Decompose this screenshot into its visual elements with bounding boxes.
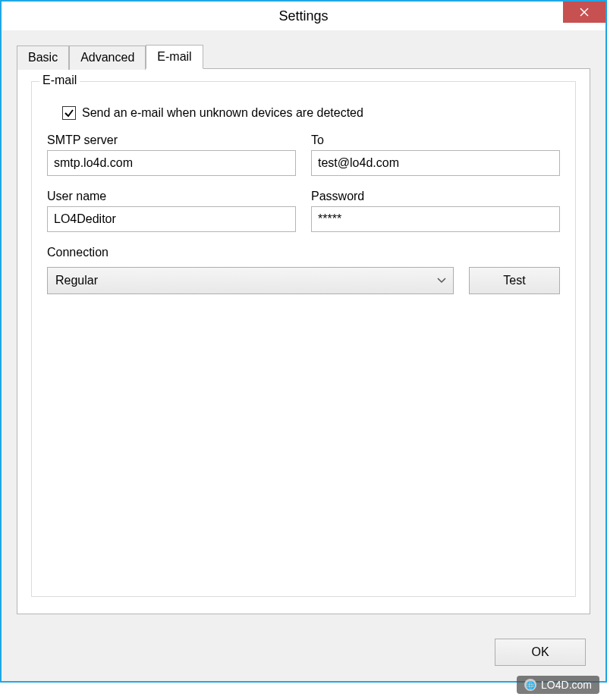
tab-strip: Basic Advanced E-mail — [17, 44, 590, 68]
tab-panel-email: E-mail Send an e-mail when unknown devic… — [17, 68, 590, 614]
connection-select[interactable]: Regular — [47, 267, 454, 294]
content-area: Basic Advanced E-mail E-mail Send an e-m… — [2, 30, 605, 629]
email-groupbox: E-mail Send an e-mail when unknown devic… — [31, 81, 576, 597]
watermark-text: LO4D.com — [541, 679, 592, 691]
username-field: User name — [47, 190, 296, 232]
tab-basic[interactable]: Basic — [17, 46, 69, 70]
to-field: To — [311, 133, 560, 176]
window-title: Settings — [278, 8, 328, 24]
settings-window: Settings Basic Advanced E-mail E-mail — [0, 0, 607, 683]
check-icon — [64, 108, 74, 118]
connection-select-value: Regular — [55, 274, 98, 287]
titlebar: Settings — [2, 2, 605, 30]
smtp-label: SMTP server — [47, 133, 296, 147]
groupbox-label: E-mail — [39, 74, 80, 87]
tab-email[interactable]: E-mail — [146, 45, 203, 69]
smtp-field: SMTP server — [47, 133, 296, 176]
connection-label: Connection — [47, 246, 109, 259]
password-label: Password — [311, 190, 560, 203]
connection-controls: Regular Test — [47, 267, 560, 294]
tab-advanced[interactable]: Advanced — [69, 46, 146, 70]
dialog-footer: OK — [495, 639, 586, 666]
password-input[interactable] — [311, 206, 560, 232]
send-email-checkbox-label: Send an e-mail when unknown devices are … — [82, 106, 363, 120]
to-label: To — [311, 133, 560, 147]
connection-select-wrap: Regular — [47, 267, 454, 294]
to-input[interactable] — [311, 150, 560, 176]
password-field: Password — [311, 190, 560, 232]
send-email-checkbox-row: Send an e-mail when unknown devices are … — [62, 106, 560, 120]
username-label: User name — [47, 190, 296, 203]
close-button[interactable] — [563, 2, 605, 23]
connection-row: Connection Regular Test — [47, 246, 560, 294]
watermark: 🌐 LO4D.com — [517, 676, 599, 694]
test-button[interactable]: Test — [469, 267, 560, 294]
send-email-checkbox[interactable] — [62, 106, 76, 120]
email-form-grid: SMTP server To User name Password — [47, 133, 560, 232]
smtp-input[interactable] — [47, 150, 296, 176]
close-icon — [580, 8, 589, 17]
ok-button[interactable]: OK — [495, 639, 586, 666]
username-input[interactable] — [47, 206, 296, 232]
globe-icon: 🌐 — [524, 679, 536, 691]
